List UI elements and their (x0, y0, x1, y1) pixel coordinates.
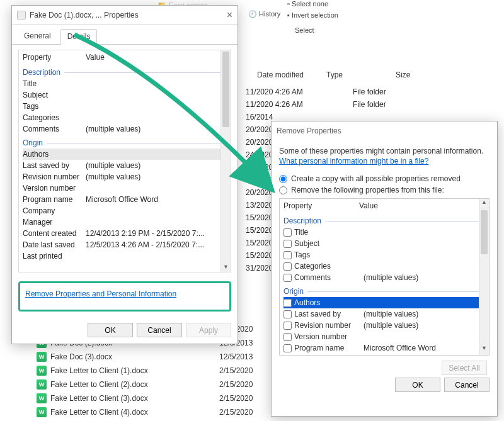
scroll-down-icon[interactable]: ▼ (479, 345, 489, 355)
col-size[interactable]: Size (391, 68, 441, 83)
prop-row[interactable]: Revision number(multiple values) (23, 171, 227, 182)
prop-row[interactable]: Company (23, 205, 227, 216)
prop-row[interactable]: Categories (284, 261, 485, 272)
checkbox[interactable] (284, 251, 292, 259)
prop-row-authors[interactable]: Authors (23, 149, 227, 160)
cancel-button[interactable]: Cancel (137, 323, 182, 337)
docx-icon: W (37, 393, 47, 403)
cancel-button[interactable]: Cancel (444, 378, 490, 392)
ribbon-history[interactable]: 🕘 History (248, 10, 280, 18)
prop-row[interactable]: Subject (284, 238, 485, 249)
invert-icon: ▪ (287, 11, 290, 19)
group-description: Description (23, 68, 227, 77)
col-value: Value (359, 201, 378, 210)
checkbox[interactable] (284, 310, 292, 318)
info-link[interactable]: What personal information might be in a … (279, 157, 428, 166)
prop-row[interactable]: Subject (23, 89, 227, 101)
checkbox[interactable] (284, 333, 292, 341)
checkbox[interactable] (284, 299, 292, 307)
document-icon (17, 11, 26, 20)
checkbox[interactable] (284, 228, 292, 237)
group-origin: Origin (23, 138, 227, 147)
prop-row[interactable]: Revision number(multiple values) (284, 320, 485, 331)
prop-row[interactable]: Version number (284, 331, 485, 342)
close-icon[interactable]: × (227, 9, 232, 21)
scrollbar[interactable]: ▲ ▼ (220, 50, 231, 272)
ribbon-invert-selection[interactable]: ▪ Invert selection (287, 11, 338, 19)
file-row[interactable]: WFake Letter to Client (1).docx2/15/2020 (37, 364, 148, 378)
radio-input[interactable] (279, 186, 287, 194)
col-value: Value (86, 53, 105, 62)
col-date-modified[interactable]: Date modified (252, 68, 321, 83)
tab-general[interactable]: General (17, 28, 58, 44)
properties-dialog: Fake Doc (1).docx, ... Properties × Gene… (11, 5, 238, 344)
remove-properties-dialog: Remove Properties Some of these properti… (271, 121, 498, 417)
scroll-up-icon[interactable]: ▲ (479, 199, 489, 209)
radio-remove-following[interactable]: Remove the following properties from thi… (279, 186, 490, 194)
file-row[interactable]: WFake Doc (3).docx12/5/2013 (37, 350, 148, 364)
property-list: Property Value Description Title Subject… (18, 50, 231, 272)
remove-properties-link[interactable]: Remove Properties and Personal Informati… (25, 289, 176, 298)
prop-row[interactable]: Title (23, 78, 227, 89)
file-row[interactable]: WFake Letter to Client (3).docx2/15/2020 (37, 391, 148, 405)
prop-row[interactable]: Program nameMicrosoft Office Word (284, 342, 485, 354)
ribbon-select-none[interactable]: ▫ Select none (287, 0, 328, 8)
checkbox[interactable] (284, 274, 292, 282)
scrollbar[interactable]: ▲ ▼ (479, 199, 489, 355)
prop-row[interactable]: Date last saved12/5/2013 4:26 AM - 2/15/… (23, 239, 227, 250)
dialog-titlebar[interactable]: Fake Doc (1).docx, ... Properties × (12, 6, 238, 25)
docx-icon: W (37, 379, 47, 390)
ribbon-select-label: Select (295, 26, 314, 34)
apply-button: Apply (186, 323, 231, 337)
docx-icon: W (37, 352, 47, 362)
col-property: Property (284, 201, 359, 210)
prop-row[interactable]: Tags (23, 101, 227, 112)
scroll-thumb[interactable] (481, 210, 488, 254)
checkbox[interactable] (284, 322, 292, 330)
prop-row[interactable]: Comments(multiple values) (23, 123, 227, 135)
select-all-button: Select All (442, 361, 487, 375)
remove-property-list: Property Value Description Title Subject… (279, 198, 490, 356)
prop-row[interactable]: Last saved by(multiple values) (23, 160, 227, 171)
docx-icon: W (37, 366, 47, 376)
col-property: Property (23, 53, 86, 62)
dialog-titlebar[interactable]: Remove Properties (272, 121, 497, 140)
radio-input[interactable] (279, 175, 287, 183)
group-description: Description (284, 216, 485, 225)
prop-row[interactable]: Content created12/4/2013 2:19 PM - 2/15/… (23, 228, 227, 239)
explorer-column-headers: Date modified Type Size (252, 68, 504, 83)
history-icon: 🕘 (248, 10, 257, 18)
tab-details[interactable]: Details (60, 29, 98, 45)
intro-text: Some of these properties might contain p… (279, 147, 490, 155)
ok-button[interactable]: OK (395, 378, 440, 392)
dialog-title: Fake Doc (1).docx, ... Properties (30, 11, 139, 20)
prop-row[interactable]: Comments(multiple values) (284, 272, 485, 283)
prop-row[interactable]: Categories (23, 112, 227, 123)
prop-row[interactable]: Last saved by(multiple values) (284, 308, 485, 320)
dialog-title: Remove Properties (277, 126, 341, 135)
scroll-down-icon[interactable]: ▼ (221, 262, 231, 272)
prop-row[interactable]: Last printed (23, 250, 227, 262)
checkbox[interactable] (284, 240, 292, 248)
prop-row[interactable]: Program nameMicrosoft Office Word (23, 194, 227, 205)
prop-row[interactable]: Manager (23, 216, 227, 228)
file-row[interactable]: WFake Letter to Client (2).docx2/15/2020 (37, 378, 148, 391)
prop-row-authors[interactable]: Authors (284, 297, 485, 308)
prop-row[interactable]: Tags (284, 249, 485, 261)
ok-button[interactable]: OK (88, 323, 133, 337)
file-row[interactable]: WFake Letter to Client (4).docx2/15/2020 (37, 405, 148, 419)
scroll-thumb[interactable] (222, 52, 229, 127)
tabstrip: General Details (12, 25, 238, 45)
group-origin: Origin (284, 287, 485, 296)
checkbox[interactable] (284, 262, 292, 271)
prop-row[interactable]: Title (284, 227, 485, 238)
radio-create-copy[interactable]: Create a copy with all possible properti… (279, 174, 490, 183)
docx-icon: W (37, 407, 47, 417)
checkbox[interactable] (284, 344, 292, 352)
remove-link-highlight: Remove Properties and Personal Informati… (18, 281, 231, 312)
select-none-icon: ▫ (287, 0, 290, 8)
col-type[interactable]: Type (321, 68, 391, 83)
prop-row[interactable]: Version number (23, 182, 227, 194)
